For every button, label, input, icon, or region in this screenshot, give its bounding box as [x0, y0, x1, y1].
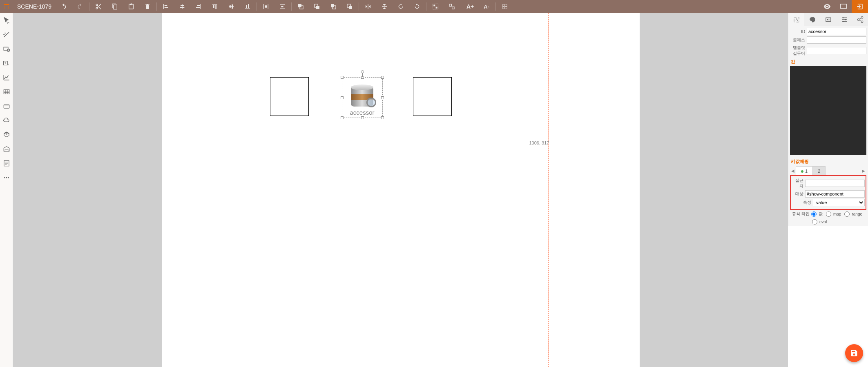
form-tool-icon[interactable] — [0, 156, 13, 170]
preview-button[interactable] — [819, 0, 835, 13]
container-tool-icon[interactable] — [0, 99, 13, 113]
target-input[interactable] — [805, 190, 865, 198]
shape-tool-icon[interactable] — [0, 42, 13, 56]
accessor-component[interactable]: accessor — [346, 78, 379, 116]
svg-rect-20 — [4, 105, 9, 108]
prop-label: 속성 — [792, 200, 813, 205]
property-panel: A ID 클래스 템플릿 접두어 값 — [788, 13, 868, 226]
rotate-stem — [362, 73, 363, 77]
canvas-area[interactable]: 1006, 317 — [13, 13, 788, 367]
rule-radio-map[interactable] — [826, 211, 831, 217]
align-center-v-button[interactable] — [223, 0, 239, 13]
more-tool-icon[interactable] — [0, 170, 13, 185]
resize-handle-se[interactable] — [381, 116, 384, 119]
svg-rect-3 — [316, 6, 319, 9]
accessor-label: accessor — [350, 109, 374, 116]
svg-point-30 — [845, 19, 846, 20]
distribute-v-button[interactable] — [274, 0, 290, 13]
exit-button[interactable] — [852, 0, 868, 13]
fit-canvas-button[interactable] — [497, 0, 513, 13]
send-back-button[interactable] — [341, 0, 358, 13]
ungroup-button[interactable] — [444, 0, 460, 13]
table-tool-icon[interactable] — [0, 85, 13, 99]
panel-tab-effect[interactable] — [820, 13, 836, 26]
resize-handle-w[interactable] — [341, 96, 344, 99]
delete-button[interactable] — [139, 0, 156, 13]
rect-shape[interactable] — [413, 77, 452, 116]
distribute-h-button[interactable] — [258, 0, 274, 13]
value-section-title: 값 — [791, 59, 866, 65]
svg-point-32 — [861, 16, 863, 18]
svg-rect-19 — [4, 89, 9, 94]
svg-rect-11 — [449, 4, 451, 6]
rotate-ccw-button[interactable] — [409, 0, 425, 13]
save-icon — [850, 349, 858, 357]
group-button[interactable] — [427, 0, 444, 13]
id-input[interactable] — [807, 28, 866, 35]
svg-text:T: T — [8, 63, 9, 65]
id-label: ID — [790, 29, 807, 34]
redo-button[interactable] — [72, 0, 88, 13]
rotate-cw-button[interactable] — [393, 0, 409, 13]
align-bottom-button[interactable] — [239, 0, 256, 13]
align-right-button[interactable] — [190, 0, 207, 13]
flip-h-button[interactable] — [360, 0, 376, 13]
paste-button[interactable] — [123, 0, 139, 13]
panel-tab-style[interactable] — [804, 13, 820, 26]
save-fab-button[interactable] — [845, 344, 863, 362]
font-decrease-button[interactable]: A- — [478, 0, 495, 13]
panel-tab-settings[interactable] — [836, 13, 852, 26]
prop-select[interactable]: value — [813, 199, 865, 206]
kv-prev-icon[interactable]: ◀ — [790, 169, 796, 173]
rect-shape[interactable] — [270, 77, 309, 116]
kv-tab-label: 1 — [805, 169, 808, 173]
flip-v-button[interactable] — [376, 0, 393, 13]
svg-point-34 — [861, 21, 863, 23]
database-icon — [350, 84, 375, 108]
rule-radio-value[interactable] — [811, 211, 817, 217]
rule-radio-range[interactable] — [844, 211, 850, 217]
select-tool-icon[interactable] — [0, 13, 13, 27]
rule-radio-eval[interactable] — [812, 219, 817, 225]
resize-handle-nw[interactable] — [341, 76, 344, 79]
align-top-button[interactable] — [207, 0, 223, 13]
bring-forward-button[interactable] — [309, 0, 325, 13]
bring-front-button[interactable] — [292, 0, 309, 13]
prefix-input[interactable] — [807, 47, 866, 54]
coord-label: 1006, 317 — [529, 140, 549, 145]
svg-point-23 — [6, 177, 7, 178]
fullscreen-button[interactable] — [835, 0, 852, 13]
line-tool-icon[interactable] — [0, 27, 13, 42]
font-increase-button[interactable]: A+ — [462, 0, 478, 13]
kv-tab-2[interactable]: 2 — [812, 166, 826, 175]
svg-point-28 — [827, 19, 828, 20]
panel-tab-share[interactable] — [852, 13, 868, 26]
app-logo-icon — [0, 0, 13, 13]
panel-tab-properties[interactable]: A — [788, 13, 804, 26]
copy-button[interactable] — [107, 0, 123, 13]
kv-next-icon[interactable]: ▶ — [861, 169, 866, 173]
cut-button[interactable] — [90, 0, 107, 13]
class-input[interactable] — [807, 36, 866, 44]
kv-tab-label: 2 — [818, 169, 820, 173]
svg-point-31 — [843, 21, 844, 22]
warehouse-tool-icon[interactable] — [0, 142, 13, 156]
accessor-input[interactable] — [805, 180, 865, 187]
cloud-tool-icon[interactable] — [0, 113, 13, 127]
align-center-h-button[interactable] — [174, 0, 190, 13]
value-editor[interactable] — [790, 66, 866, 155]
align-left-button[interactable] — [158, 0, 174, 13]
kv-tab-1[interactable]: 1 — [796, 166, 813, 175]
resize-handle-sw[interactable] — [341, 116, 344, 119]
canvas[interactable]: 1006, 317 — [162, 13, 640, 367]
3d-tool-icon[interactable] — [0, 127, 13, 142]
resize-handle-ne[interactable] — [381, 76, 384, 79]
svg-rect-12 — [452, 7, 454, 9]
resize-handle-e[interactable] — [381, 96, 384, 99]
chart-tool-icon[interactable] — [0, 70, 13, 85]
send-backward-button[interactable] — [325, 0, 341, 13]
guide-vertical — [548, 13, 549, 367]
text-tool-icon[interactable]: TT — [0, 56, 13, 70]
resize-handle-s[interactable] — [361, 116, 364, 119]
undo-button[interactable] — [56, 0, 72, 13]
